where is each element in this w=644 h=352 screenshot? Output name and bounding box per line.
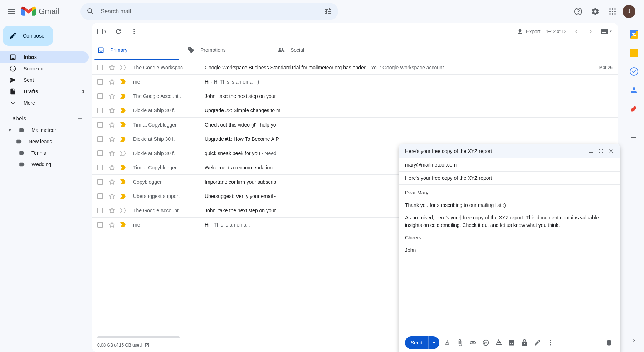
email-checkbox[interactable] [97,222,103,228]
footer-scrollbar[interactable] [97,336,180,338]
page-prev-icon[interactable] [572,27,581,36]
star-icon[interactable] [109,122,116,128]
more-icon[interactable] [130,27,138,36]
fullscreen-icon[interactable] [598,148,604,154]
star-icon[interactable] [109,150,116,157]
label-item-wedding[interactable]: Wedding [0,159,92,170]
star-icon[interactable] [109,136,116,142]
email-checkbox[interactable] [97,65,103,70]
important-marker-icon[interactable] [120,108,127,113]
nav-item-sent[interactable]: Sent [0,74,89,86]
select-all-checkbox[interactable]: ▼ [97,29,107,34]
star-icon[interactable] [109,164,116,171]
star-icon[interactable] [109,207,116,214]
settings-icon[interactable] [588,4,602,19]
get-addons-icon[interactable] [630,133,638,142]
email-checkbox[interactable] [97,108,103,113]
star-icon[interactable] [109,93,116,99]
email-checkbox[interactable] [97,136,103,142]
important-marker-icon[interactable] [120,79,127,84]
nav-item-inbox[interactable]: Inbox [0,51,89,63]
star-icon[interactable] [109,79,116,85]
support-icon[interactable] [571,4,585,19]
email-row[interactable]: The Google Workspac.Google Workspace Bus… [92,60,618,75]
star-icon[interactable] [109,222,116,228]
search-icon[interactable] [83,4,98,19]
search-bar[interactable] [80,3,338,20]
compose-more-icon[interactable] [547,339,554,346]
page-next-icon[interactable] [586,27,595,36]
signature-icon[interactable] [534,339,541,346]
contacts-app-icon[interactable] [630,86,638,94]
nav-item-snoozed[interactable]: Snoozed [0,63,89,74]
label-item-mailmeteor[interactable]: ▶Mailmeteor [0,124,92,136]
search-input[interactable] [98,8,321,15]
important-marker-icon[interactable] [120,222,127,227]
labels-add-button[interactable] [76,114,84,123]
tab-social[interactable]: Social [272,40,362,60]
email-checkbox[interactable] [97,93,103,99]
compose-button[interactable]: Compose [3,26,53,46]
input-tools-toggle[interactable]: ▼ [601,29,613,34]
email-checkbox[interactable] [97,150,103,156]
email-row[interactable]: The Google Account .John, take the next … [92,89,618,103]
label-item-new-leads[interactable]: New leads [0,136,92,147]
label-item-tennis[interactable]: Tennis [0,147,92,159]
attach-icon[interactable] [457,339,464,346]
email-checkbox[interactable] [97,193,103,199]
important-marker-icon[interactable] [120,94,127,99]
star-icon[interactable] [109,179,116,185]
format-icon[interactable] [444,339,451,346]
drive-icon[interactable] [495,339,502,346]
star-icon[interactable] [109,64,116,71]
important-marker-icon[interactable] [120,208,127,213]
discard-icon[interactable] [605,339,613,346]
tab-promotions[interactable]: Promotions [182,40,272,60]
refresh-icon[interactable] [114,27,123,36]
important-marker-icon[interactable] [120,179,127,184]
email-row[interactable]: meHi - Hi This is an email :) [92,75,618,89]
email-checkbox[interactable] [97,122,103,128]
email-checkbox[interactable] [97,179,103,185]
side-panel-collapse-icon[interactable] [630,336,638,345]
tasks-app-icon[interactable] [630,67,638,76]
tab-primary[interactable]: Primary [92,40,182,60]
link-icon[interactable] [469,339,477,346]
nav-item-drafts[interactable]: Drafts1 [0,86,89,97]
email-checkbox[interactable] [97,79,103,85]
export-button[interactable]: Export [517,28,540,35]
compose-header[interactable]: Here's your free copy of the XYZ report [399,144,620,158]
important-marker-icon[interactable] [120,194,127,199]
main-menu-icon[interactable] [3,3,20,20]
email-row[interactable]: Tim at CopybloggerCheck out this video (… [92,118,618,132]
important-marker-icon[interactable] [120,165,127,170]
star-icon[interactable] [109,107,116,114]
image-icon[interactable] [508,339,515,346]
important-marker-icon[interactable] [120,65,127,70]
star-icon[interactable] [109,193,116,199]
important-marker-icon[interactable] [120,137,127,142]
emoji-icon[interactable] [482,339,489,346]
email-checkbox[interactable] [97,208,103,213]
compose-to-field[interactable]: mary@mailmeteor.com [399,158,620,172]
nav-item-more[interactable]: More [0,97,89,109]
compose-subject-field[interactable]: Here's your free copy of the XYZ report [399,172,620,185]
minimize-icon[interactable] [588,148,594,154]
open-in-new-icon[interactable] [145,343,150,348]
apps-icon[interactable] [605,4,620,19]
confidential-icon[interactable] [521,339,528,346]
email-checkbox[interactable] [97,165,103,170]
email-row[interactable]: Dickie at Ship 30 f.Upgrade #2: Simple c… [92,103,618,118]
compose-body[interactable]: Dear Mary, Thank you for subscribing to … [399,185,620,333]
important-marker-icon[interactable] [120,122,127,127]
addon-app-icon[interactable] [630,104,638,113]
send-button[interactable]: Send [405,336,439,349]
search-options-icon[interactable] [321,4,335,19]
send-options-icon[interactable] [428,336,439,349]
avatar[interactable]: J [623,5,635,18]
close-icon[interactable] [608,148,614,154]
calendar-app-icon[interactable]: 31 [630,30,638,39]
gmail-logo[interactable]: Gmail [21,6,59,17]
keep-app-icon[interactable] [630,49,638,57]
important-marker-icon[interactable] [120,151,127,156]
